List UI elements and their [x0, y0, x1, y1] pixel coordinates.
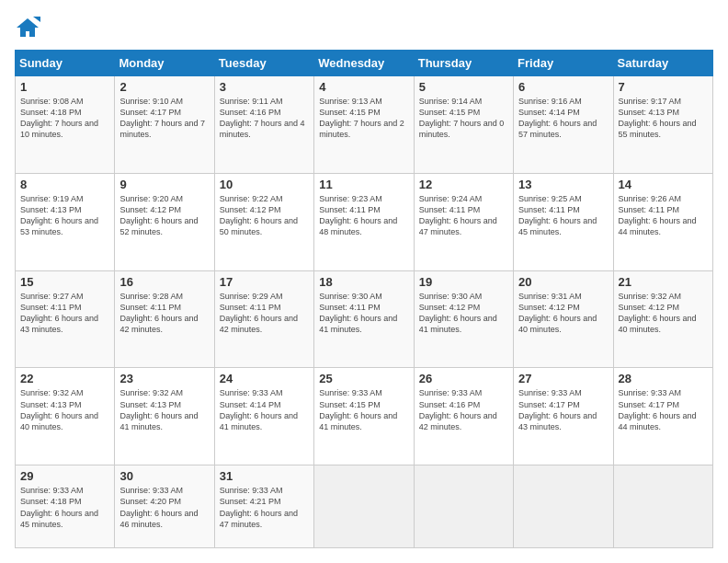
calendar-cell: 30Sunrise: 9:33 AMSunset: 4:20 PMDayligh…: [115, 465, 214, 548]
cell-content: Sunrise: 9:33 AMSunset: 4:17 PMDaylight:…: [518, 387, 608, 432]
cell-content: Sunrise: 9:33 AMSunset: 4:14 PMDaylight:…: [220, 387, 309, 432]
cell-content: Sunrise: 9:24 AMSunset: 4:11 PMDaylight:…: [419, 193, 508, 238]
header-row: Sunday Monday Tuesday Wednesday Thursday…: [16, 51, 713, 76]
col-monday: Monday: [115, 51, 214, 76]
day-number: 31: [220, 469, 309, 483]
week-row-3: 15Sunrise: 9:27 AMSunset: 4:11 PMDayligh…: [16, 270, 713, 368]
cell-content: Sunrise: 9:17 AMSunset: 4:13 PMDaylight:…: [619, 96, 708, 141]
calendar-cell: 15Sunrise: 9:27 AMSunset: 4:11 PMDayligh…: [16, 270, 115, 368]
cell-content: Sunrise: 9:29 AMSunset: 4:11 PMDaylight:…: [220, 291, 309, 336]
day-number: 3: [220, 80, 309, 94]
day-number: 6: [518, 80, 608, 94]
calendar-cell: 19Sunrise: 9:30 AMSunset: 4:12 PMDayligh…: [414, 270, 513, 368]
day-number: 22: [20, 372, 109, 385]
col-sunday: Sunday: [16, 51, 115, 76]
cell-content: Sunrise: 9:26 AMSunset: 4:11 PMDaylight:…: [619, 193, 708, 238]
day-number: 14: [619, 178, 708, 191]
day-number: 1: [20, 80, 109, 94]
cell-content: Sunrise: 9:30 AMSunset: 4:12 PMDaylight:…: [419, 291, 508, 336]
cell-content: Sunrise: 9:25 AMSunset: 4:11 PMDaylight:…: [518, 193, 608, 238]
col-friday: Friday: [514, 51, 613, 76]
calendar-cell: 28Sunrise: 9:33 AMSunset: 4:17 PMDayligh…: [613, 368, 712, 465]
calendar-cell: 1Sunrise: 9:08 AMSunset: 4:18 PMDaylight…: [16, 76, 115, 174]
col-saturday: Saturday: [613, 51, 712, 76]
day-number: 10: [220, 178, 309, 191]
calendar-cell: 8Sunrise: 9:19 AMSunset: 4:13 PMDaylight…: [16, 173, 115, 270]
cell-content: Sunrise: 9:33 AMSunset: 4:20 PMDaylight:…: [119, 485, 209, 530]
calendar-cell: 31Sunrise: 9:33 AMSunset: 4:21 PMDayligh…: [214, 465, 313, 548]
cell-content: Sunrise: 9:31 AMSunset: 4:12 PMDaylight:…: [518, 291, 608, 336]
cell-content: Sunrise: 9:33 AMSunset: 4:15 PMDaylight:…: [319, 387, 408, 432]
calendar-cell: 7Sunrise: 9:17 AMSunset: 4:13 PMDaylight…: [613, 76, 712, 174]
cell-content: Sunrise: 9:32 AMSunset: 4:12 PMDaylight:…: [619, 291, 708, 336]
calendar-cell: 24Sunrise: 9:33 AMSunset: 4:14 PMDayligh…: [214, 368, 313, 465]
calendar-cell: 20Sunrise: 9:31 AMSunset: 4:12 PMDayligh…: [514, 270, 613, 368]
calendar-table: Sunday Monday Tuesday Wednesday Thursday…: [15, 50, 713, 548]
logo: [15, 15, 44, 40]
day-number: 28: [619, 372, 708, 385]
calendar-cell: [414, 465, 513, 548]
calendar-cell: 11Sunrise: 9:23 AMSunset: 4:11 PMDayligh…: [314, 173, 414, 270]
day-number: 16: [119, 275, 209, 289]
day-number: 15: [20, 275, 109, 289]
calendar-cell: [514, 465, 613, 548]
day-number: 17: [220, 275, 309, 289]
header: [15, 15, 713, 40]
cell-content: Sunrise: 9:20 AMSunset: 4:12 PMDaylight:…: [119, 193, 209, 238]
calendar-cell: 27Sunrise: 9:33 AMSunset: 4:17 PMDayligh…: [514, 368, 613, 465]
calendar-cell: 21Sunrise: 9:32 AMSunset: 4:12 PMDayligh…: [613, 270, 712, 368]
day-number: 21: [619, 275, 708, 289]
cell-content: Sunrise: 9:19 AMSunset: 4:13 PMDaylight:…: [20, 193, 109, 238]
calendar-body: 1Sunrise: 9:08 AMSunset: 4:18 PMDaylight…: [16, 76, 713, 548]
day-number: 7: [619, 80, 708, 94]
day-number: 4: [319, 80, 408, 94]
calendar-cell: 25Sunrise: 9:33 AMSunset: 4:15 PMDayligh…: [314, 368, 414, 465]
calendar-cell: 6Sunrise: 9:16 AMSunset: 4:14 PMDaylight…: [514, 76, 613, 174]
calendar-cell: 10Sunrise: 9:22 AMSunset: 4:12 PMDayligh…: [214, 173, 313, 270]
day-number: 19: [419, 275, 508, 289]
logo-icon: [15, 15, 40, 40]
cell-content: Sunrise: 9:13 AMSunset: 4:15 PMDaylight:…: [319, 96, 408, 141]
col-wednesday: Wednesday: [314, 51, 414, 76]
week-row-5: 29Sunrise: 9:33 AMSunset: 4:18 PMDayligh…: [16, 465, 713, 548]
day-number: 12: [419, 178, 508, 191]
day-number: 24: [220, 372, 309, 385]
cell-content: Sunrise: 9:22 AMSunset: 4:12 PMDaylight:…: [220, 193, 309, 238]
day-number: 27: [518, 372, 608, 385]
calendar-cell: 9Sunrise: 9:20 AMSunset: 4:12 PMDaylight…: [115, 173, 214, 270]
cell-content: Sunrise: 9:33 AMSunset: 4:16 PMDaylight:…: [419, 387, 508, 432]
week-row-4: 22Sunrise: 9:32 AMSunset: 4:13 PMDayligh…: [16, 368, 713, 465]
calendar-cell: 16Sunrise: 9:28 AMSunset: 4:11 PMDayligh…: [115, 270, 214, 368]
calendar-cell: 2Sunrise: 9:10 AMSunset: 4:17 PMDaylight…: [115, 76, 214, 174]
cell-content: Sunrise: 9:28 AMSunset: 4:11 PMDaylight:…: [119, 291, 209, 336]
col-tuesday: Tuesday: [214, 51, 313, 76]
calendar-cell: 26Sunrise: 9:33 AMSunset: 4:16 PMDayligh…: [414, 368, 513, 465]
calendar-cell: [314, 465, 414, 548]
calendar-cell: 4Sunrise: 9:13 AMSunset: 4:15 PMDaylight…: [314, 76, 414, 174]
cell-content: Sunrise: 9:14 AMSunset: 4:15 PMDaylight:…: [419, 96, 508, 141]
day-number: 26: [419, 372, 508, 385]
cell-content: Sunrise: 9:33 AMSunset: 4:21 PMDaylight:…: [220, 485, 309, 530]
cell-content: Sunrise: 9:30 AMSunset: 4:11 PMDaylight:…: [319, 291, 408, 336]
cell-content: Sunrise: 9:11 AMSunset: 4:16 PMDaylight:…: [220, 96, 309, 141]
cell-content: Sunrise: 9:23 AMSunset: 4:11 PMDaylight:…: [319, 193, 408, 238]
day-number: 11: [319, 178, 408, 191]
cell-content: Sunrise: 9:32 AMSunset: 4:13 PMDaylight:…: [20, 387, 109, 432]
calendar-cell: 23Sunrise: 9:32 AMSunset: 4:13 PMDayligh…: [115, 368, 214, 465]
day-number: 29: [20, 469, 109, 483]
day-number: 20: [518, 275, 608, 289]
day-number: 30: [119, 469, 209, 483]
cell-content: Sunrise: 9:08 AMSunset: 4:18 PMDaylight:…: [20, 96, 109, 141]
cell-content: Sunrise: 9:16 AMSunset: 4:14 PMDaylight:…: [518, 96, 608, 141]
col-thursday: Thursday: [414, 51, 513, 76]
cell-content: Sunrise: 9:32 AMSunset: 4:13 PMDaylight:…: [119, 387, 209, 432]
cell-content: Sunrise: 9:10 AMSunset: 4:17 PMDaylight:…: [119, 96, 209, 141]
cell-content: Sunrise: 9:27 AMSunset: 4:11 PMDaylight:…: [20, 291, 109, 336]
day-number: 2: [119, 80, 209, 94]
week-row-1: 1Sunrise: 9:08 AMSunset: 4:18 PMDaylight…: [16, 76, 713, 174]
calendar-cell: 17Sunrise: 9:29 AMSunset: 4:11 PMDayligh…: [214, 270, 313, 368]
day-number: 18: [319, 275, 408, 289]
day-number: 25: [319, 372, 408, 385]
day-number: 5: [419, 80, 508, 94]
calendar: Sunday Monday Tuesday Wednesday Thursday…: [15, 50, 713, 548]
